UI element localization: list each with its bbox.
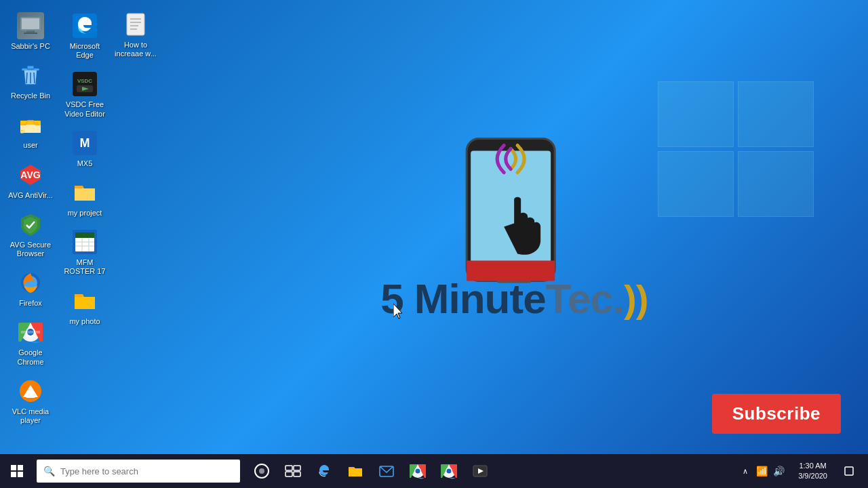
icon-google-chrome[interactable]: Google Chrome: [3, 313, 58, 371]
icon-my-project[interactable]: my project: [58, 174, 112, 223]
icon-mx5-label: MX5: [77, 159, 93, 168]
network-icon: 📶: [756, 466, 768, 476]
svg-rect-19: [21, 331, 40, 333]
volume-icon: 🔊: [773, 466, 785, 476]
svg-rect-22: [26, 395, 35, 398]
icon-my-photo[interactable]: my photo: [58, 282, 112, 331]
icon-avg-label: AVG AntiVir...: [8, 191, 53, 200]
svg-rect-2: [26, 30, 35, 33]
mouse-cursor: [393, 304, 401, 317]
svg-rect-33: [75, 232, 94, 238]
icon-sabbirs-pc[interactable]: Sabbir's PC: [3, 7, 58, 56]
icon-recycle-label: Recycle Bin: [11, 92, 50, 100]
cortana-button[interactable]: [247, 454, 277, 488]
svg-rect-1: [22, 18, 39, 29]
icon-user[interactable]: 📁 user: [3, 106, 58, 155]
svg-rect-24: [73, 72, 97, 96]
search-input[interactable]: [60, 466, 233, 476]
notification-button[interactable]: [835, 454, 863, 488]
icon-vlc[interactable]: VLC media player: [3, 372, 58, 430]
icon-sabbirs-pc-label: Sabbir's PC: [11, 42, 50, 51]
chrome-taskbar[interactable]: [434, 454, 464, 488]
task-view-button[interactable]: [278, 454, 308, 488]
svg-rect-30: [75, 188, 95, 201]
icon-myphoto-label: my photo: [69, 317, 100, 326]
icon-how-to[interactable]: How to increaae w...: [108, 5, 163, 64]
icon-avg-secure[interactable]: AVG Secure Browser: [3, 205, 58, 264]
svg-rect-3: [24, 33, 37, 34]
svg-rect-53: [294, 472, 300, 476]
media-taskbar[interactable]: [465, 454, 495, 488]
svg-rect-52: [285, 472, 292, 476]
svg-line-6: [26, 73, 27, 83]
svg-line-8: [34, 73, 35, 83]
taskbar-right: ∧ 📶 🔊 1:30 AM 3/9/2020: [743, 454, 868, 488]
channel-logo: 5 Minute Tec. )): [380, 132, 648, 323]
icon-vsdc-label: VSDC Free Video Editor: [60, 100, 109, 118]
icon-firefox-label: Firefox: [19, 299, 42, 308]
desktop: Sabbir's PC Recycle Bin 📁 user AVG AVG A…: [0, 0, 868, 454]
search-icon: 🔍: [43, 466, 55, 476]
svg-point-57: [416, 469, 420, 474]
taskbar-pinned-icons: [243, 454, 499, 488]
icon-vlc-label: VLC media player: [6, 407, 55, 425]
sys-tray-icons: 📶 🔊: [751, 466, 790, 476]
logo-signal-text: )): [624, 277, 648, 321]
mail-taskbar[interactable]: [372, 454, 401, 488]
icon-recycle-bin[interactable]: Recycle Bin: [3, 56, 58, 106]
subscribe-button[interactable]: Subscribe: [712, 394, 841, 434]
edge-taskbar-icon[interactable]: [309, 454, 339, 488]
system-clock[interactable]: 1:30 AM 3/9/2020: [793, 461, 833, 482]
start-button[interactable]: [0, 454, 34, 488]
sys-tray-expand[interactable]: ∧: [743, 467, 748, 476]
svg-rect-38: [127, 14, 144, 35]
windows-watermark: [658, 81, 814, 217]
icon-microsoft-edge[interactable]: Microsoft Edge: [58, 7, 112, 65]
icon-avg-antivirus[interactable]: AVG AVG AntiVir...: [3, 156, 58, 205]
svg-rect-5: [27, 66, 34, 69]
svg-point-60: [447, 469, 452, 474]
icon-firefox[interactable]: Firefox: [3, 264, 58, 313]
taskbar: 🔍: [0, 454, 868, 488]
svg-text:M: M: [80, 136, 90, 150]
icon-avg-secure-label: AVG Secure Browser: [6, 241, 55, 258]
clock-date: 3/9/2020: [798, 471, 827, 481]
icon-how-to-label: How to increaae w...: [111, 41, 160, 58]
icon-edge-label: Microsoft Edge: [60, 42, 109, 60]
icon-user-label: user: [23, 141, 37, 150]
icon-mfm-label: MFM ROSTER 17: [60, 258, 109, 276]
svg-text:AVG: AVG: [20, 169, 40, 180]
svg-rect-51: [294, 466, 300, 470]
icon-mx5[interactable]: M MX5: [58, 124, 112, 174]
icon-chrome-label: Google Chrome: [6, 348, 55, 366]
svg-rect-63: [845, 467, 853, 475]
svg-rect-50: [285, 466, 292, 470]
chrome-secure-taskbar[interactable]: [403, 454, 433, 488]
svg-rect-47: [467, 261, 555, 271]
icon-vsdc[interactable]: VSDC VSDC Free Video Editor: [58, 65, 112, 123]
icon-my-project-label: my project: [68, 209, 102, 218]
svg-text:📁: 📁: [20, 129, 26, 134]
desktop-icons-container: Sabbir's PC Recycle Bin 📁 user AVG AVG A…: [0, 0, 115, 454]
icon-mfm-roster[interactable]: MFM ROSTER 17: [58, 223, 112, 281]
windows-start-icon: [11, 465, 23, 477]
search-bar[interactable]: 🔍: [37, 460, 240, 483]
svg-point-49: [259, 468, 264, 474]
svg-text:VSDC: VSDC: [77, 78, 92, 84]
clock-time: 1:30 AM: [799, 461, 826, 471]
file-explorer-taskbar[interactable]: [340, 454, 370, 488]
